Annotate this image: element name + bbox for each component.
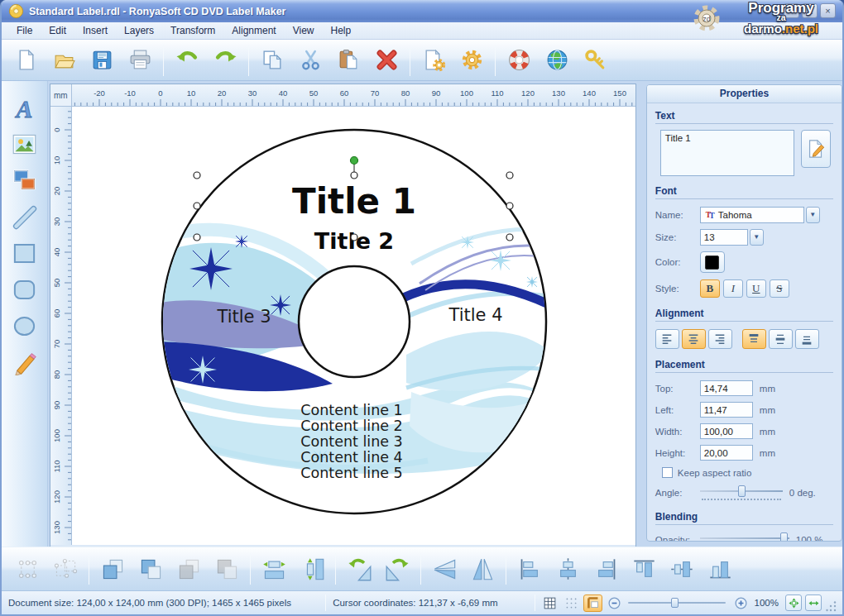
- zoom-in-button[interactable]: [731, 595, 750, 612]
- document-settings-button[interactable]: [415, 43, 453, 78]
- register-button[interactable]: [576, 43, 614, 78]
- ungroup-button[interactable]: [46, 551, 84, 587]
- align-top-edges-icon: [631, 556, 657, 582]
- bring-to-front-button[interactable]: [94, 551, 132, 587]
- flip-vertical-button[interactable]: [425, 551, 463, 587]
- cd-title-1[interactable]: Title 1: [292, 181, 416, 222]
- menu-alignment[interactable]: Alignment: [223, 23, 284, 38]
- svg-text:120: 120: [52, 490, 61, 504]
- svg-text:10: 10: [187, 88, 196, 98]
- grid-toggle-button[interactable]: [540, 595, 559, 612]
- send-to-back-button[interactable]: [132, 551, 170, 587]
- fit-width-button[interactable]: [805, 595, 822, 611]
- tool-pencil[interactable]: [7, 346, 41, 379]
- placement-left-input[interactable]: [700, 402, 753, 418]
- placement-height-input[interactable]: [700, 445, 753, 461]
- rounded-rectangle-icon: [12, 277, 37, 303]
- svg-text:90: 90: [52, 401, 61, 410]
- paste-button[interactable]: [329, 43, 367, 78]
- menu-view[interactable]: View: [285, 23, 323, 38]
- send-backward-button[interactable]: [208, 551, 246, 587]
- make-same-height-button[interactable]: [293, 551, 331, 587]
- make-same-width-button[interactable]: [255, 551, 293, 587]
- rotate-right-button[interactable]: [378, 551, 416, 587]
- tool-ellipse[interactable]: [7, 309, 41, 342]
- print-button[interactable]: [121, 43, 159, 78]
- align-text-left-button[interactable]: [655, 329, 679, 349]
- style-u-button[interactable]: U: [746, 279, 766, 298]
- font-name-combo[interactable]: T T Tahoma: [700, 207, 804, 223]
- valign-middle-button[interactable]: [769, 329, 793, 349]
- delete-button[interactable]: [367, 43, 405, 78]
- text-content-input[interactable]: Title 1: [660, 130, 794, 176]
- website-button[interactable]: [538, 43, 576, 78]
- cut-button[interactable]: [291, 43, 329, 78]
- snap-grid-toggle-button[interactable]: [562, 595, 581, 612]
- valign-bottom-button[interactable]: [795, 329, 819, 349]
- menu-help[interactable]: Help: [322, 23, 359, 38]
- tool-text[interactable]: A: [7, 91, 41, 124]
- cd-content-lines[interactable]: Content line 1 Content line 2 Content li…: [300, 402, 402, 481]
- title-bar[interactable]: Standard Label.rdl - RonyaSoft CD DVD La…: [2, 0, 842, 22]
- font-size-combo[interactable]: 13: [700, 229, 748, 246]
- valign-top-button[interactable]: [742, 329, 766, 349]
- flip-horizontal-button[interactable]: [463, 551, 501, 587]
- rotate-left-button[interactable]: [340, 551, 378, 587]
- tool-rounded-rectangle[interactable]: [7, 273, 41, 306]
- cd-title-4[interactable]: Title 4: [448, 305, 502, 325]
- align-top-edges-button[interactable]: [625, 551, 663, 587]
- save-button[interactable]: [83, 43, 121, 78]
- resize-grip[interactable]: [826, 601, 837, 613]
- svg-text:130: 130: [52, 521, 61, 534]
- close-button[interactable]: ×: [820, 3, 836, 18]
- align-bottom-edges-button[interactable]: [701, 551, 739, 587]
- tool-rectangle[interactable]: [7, 236, 41, 270]
- font-color-button[interactable]: [700, 251, 725, 273]
- ruler-toggle-button[interactable]: [583, 595, 602, 612]
- help-button[interactable]: [500, 43, 538, 78]
- align-text-center-button[interactable]: [682, 329, 706, 349]
- minimize-button[interactable]: –: [784, 3, 799, 18]
- fit-page-button[interactable]: [785, 595, 802, 611]
- tool-image[interactable]: [7, 127, 41, 160]
- undo-button[interactable]: [168, 43, 206, 78]
- style-i-button[interactable]: I: [723, 279, 743, 298]
- cd-title-3[interactable]: Title 3: [216, 307, 271, 327]
- zoom-out-button[interactable]: [605, 595, 624, 612]
- style-b-button[interactable]: B: [700, 279, 720, 298]
- menu-edit[interactable]: Edit: [41, 23, 74, 38]
- keep-aspect-checkbox[interactable]: [662, 467, 673, 478]
- align-right-edges-button[interactable]: [587, 551, 625, 587]
- tool-line[interactable]: [7, 200, 41, 233]
- open-button[interactable]: [45, 43, 83, 78]
- menu-layers[interactable]: Layers: [116, 23, 162, 38]
- placement-width-input[interactable]: [700, 423, 753, 439]
- align-vertical-centers-button[interactable]: [663, 551, 701, 587]
- menu-insert[interactable]: Insert: [74, 23, 116, 38]
- font-name-dropdown-button[interactable]: ▼: [806, 207, 820, 223]
- align-horizontal-centers-button[interactable]: [549, 551, 587, 587]
- angle-slider[interactable]: [700, 485, 783, 500]
- menu-transform[interactable]: Transform: [162, 23, 223, 38]
- design-canvas[interactable]: Title 1 Title 2 Title 3 Title 4 Content …: [72, 107, 635, 545]
- maximize-button[interactable]: □: [802, 3, 818, 18]
- align-text-center-icon: [686, 332, 701, 346]
- menu-file[interactable]: File: [8, 23, 41, 38]
- font-size-dropdown-button[interactable]: ▼: [750, 229, 764, 246]
- new-button[interactable]: [7, 43, 45, 78]
- svg-text:10: 10: [52, 156, 61, 165]
- edit-text-button[interactable]: [801, 130, 831, 168]
- bring-forward-button[interactable]: [170, 551, 208, 587]
- placement-top-input[interactable]: [700, 380, 753, 396]
- flip-vertical-icon: [432, 556, 458, 582]
- zoom-slider[interactable]: [628, 596, 726, 609]
- group-button[interactable]: [8, 551, 46, 587]
- style-s-button[interactable]: S: [770, 279, 789, 298]
- align-text-right-button[interactable]: [708, 329, 732, 349]
- align-left-edges-button[interactable]: [511, 551, 549, 587]
- redo-button[interactable]: [206, 43, 244, 78]
- copy-button[interactable]: [253, 43, 291, 78]
- opacity-slider[interactable]: [700, 532, 789, 542]
- options-button[interactable]: [453, 43, 491, 78]
- tool-clipart[interactable]: [7, 164, 41, 197]
